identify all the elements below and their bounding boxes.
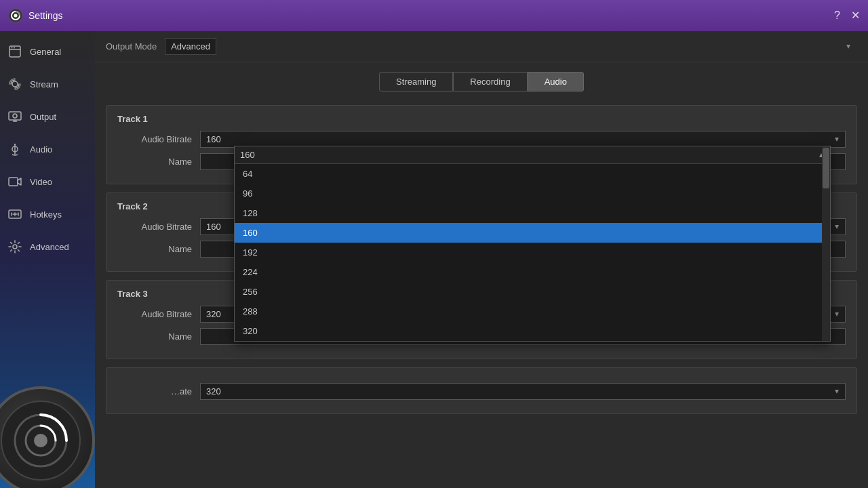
sidebar-item-advanced[interactable]: Advanced (0, 230, 95, 263)
tab-audio[interactable]: Audio (528, 72, 584, 92)
dropdown-item-224[interactable]: 224 (235, 262, 830, 282)
obs-logo (0, 386, 95, 488)
dropdown-item-160[interactable]: 160 (235, 223, 830, 243)
output-mode-label: Output Mode (106, 41, 157, 52)
svg-point-20 (13, 245, 17, 249)
track4-section: …ate 320 (106, 367, 857, 414)
tab-streaming[interactable]: Streaming (379, 72, 453, 92)
audio-bitrate-dropdown[interactable]: 160 ▲ 64 96 128 160 192 224 256 288 320 (234, 146, 831, 342)
track4-bitrate-row: …ate 320 (117, 383, 846, 400)
track2-name-label: Name (117, 244, 192, 254)
window-controls: ? ✕ (834, 10, 860, 21)
svg-point-24 (34, 434, 47, 447)
sidebar-label-stream: Stream (30, 79, 58, 89)
sidebar-label-advanced: Advanced (30, 242, 69, 252)
output-mode-select-wrap: Advanced Simple (165, 38, 857, 55)
sidebar-item-audio[interactable]: Audio (0, 133, 95, 165)
track1-name-label: Name (117, 157, 192, 167)
svg-rect-14 (9, 178, 18, 186)
sidebar-label-video: Video (30, 177, 52, 187)
sidebar-label-output: Output (30, 112, 56, 122)
tabs-bar: Streaming Recording Audio (95, 62, 868, 98)
sidebar-item-video[interactable]: Video (0, 165, 95, 198)
sidebar-label-general: General (30, 47, 61, 57)
sidebar: General Stream (0, 31, 95, 488)
sidebar-item-output[interactable]: Output (0, 100, 95, 133)
dropdown-scrollbar[interactable] (822, 146, 830, 341)
svg-point-6 (14, 47, 15, 49)
stream-icon (5, 75, 24, 94)
sidebar-label-hotkeys: Hotkeys (30, 209, 62, 220)
dropdown-item-96[interactable]: 96 (235, 184, 830, 203)
window-title: Settings (28, 10, 834, 21)
general-icon (5, 42, 24, 61)
track4-bitrate-label: …ate (117, 386, 192, 396)
obs-icon (8, 8, 23, 23)
dropdown-item-128[interactable]: 128 (235, 203, 830, 223)
video-icon (5, 172, 24, 191)
obs-logo-svg (0, 400, 81, 481)
title-bar: Settings ? ✕ (0, 0, 868, 31)
output-mode-select[interactable]: Advanced Simple (165, 38, 216, 55)
svg-point-9 (13, 114, 17, 118)
svg-rect-3 (9, 46, 20, 57)
dropdown-header: 160 ▲ (235, 146, 830, 164)
sidebar-item-hotkeys[interactable]: Hotkeys (0, 198, 95, 230)
close-button[interactable]: ✕ (851, 10, 860, 21)
track4-bitrate-select-wrap: 320 (200, 383, 846, 400)
advanced-icon (5, 237, 24, 256)
dropdown-item-288[interactable]: 288 (235, 302, 830, 321)
dropdown-item-320[interactable]: 320 (235, 321, 830, 341)
sidebar-item-stream[interactable]: Stream (0, 68, 95, 100)
dropdown-scrollbar-thumb[interactable] (823, 148, 829, 188)
dropdown-item-64[interactable]: 64 (235, 164, 830, 184)
svg-point-5 (12, 47, 13, 49)
dropdown-item-256[interactable]: 256 (235, 282, 830, 302)
track1-bitrate-label: Audio Bitrate (117, 134, 192, 144)
track3-name-label: Name (117, 331, 192, 342)
sidebar-item-general[interactable]: General (0, 35, 95, 68)
track4-bitrate-select[interactable]: 320 (200, 383, 846, 400)
audio-icon (5, 140, 24, 159)
dropdown-item-192[interactable]: 192 (235, 243, 830, 262)
track1-title: Track 1 (117, 114, 846, 124)
tab-recording[interactable]: Recording (453, 72, 527, 92)
svg-point-2 (14, 14, 18, 18)
hotkeys-icon (5, 205, 24, 224)
output-mode-bar: Output Mode Advanced Simple (95, 31, 868, 62)
help-button[interactable]: ? (834, 10, 840, 21)
track2-bitrate-label: Audio Bitrate (117, 222, 192, 232)
dropdown-header-value: 160 (240, 150, 818, 160)
svg-rect-8 (9, 112, 21, 120)
output-icon (5, 107, 24, 126)
sidebar-label-audio: Audio (30, 144, 52, 155)
svg-point-7 (12, 81, 18, 87)
track3-bitrate-label: Audio Bitrate (117, 309, 192, 319)
